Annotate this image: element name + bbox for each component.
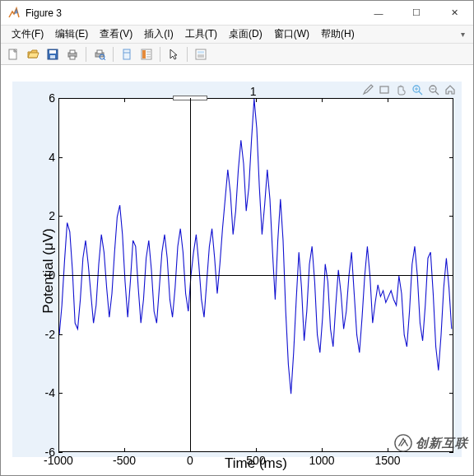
svg-rect-23 <box>380 86 388 93</box>
svg-rect-5 <box>70 50 75 54</box>
zero-line-horizontal <box>58 275 453 276</box>
menu-bar: 文件(F) 编辑(E) 查看(V) 插入(I) 工具(T) 桌面(D) 窗口(W… <box>1 26 473 44</box>
y-tick-label: 2 <box>32 209 55 222</box>
x-tick-label: 0 <box>187 454 193 467</box>
print-icon <box>66 48 79 61</box>
menu-overflow[interactable]: ▾ <box>457 30 468 39</box>
menu-desktop[interactable]: 桌面(D) <box>223 26 268 43</box>
colorbar-icon <box>140 48 153 61</box>
rectangle-icon <box>379 84 390 96</box>
minimize-button[interactable]: — <box>360 1 397 26</box>
svg-rect-2 <box>49 50 56 54</box>
toolbar-sep <box>160 47 160 62</box>
x-tick-label: -500 <box>113 454 136 467</box>
menu-tools[interactable]: 工具(T) <box>179 26 223 43</box>
figure-window: Figure 3 — ☐ ✕ 文件(F) 编辑(E) 查看(V) 插入(I) 工… <box>0 0 474 476</box>
menu-view[interactable]: 查看(V) <box>94 26 138 43</box>
print-figure-button[interactable] <box>63 45 81 63</box>
line-series <box>59 99 454 453</box>
home-icon <box>444 84 456 96</box>
menu-help[interactable]: 帮助(H) <box>315 26 360 43</box>
hand-icon <box>395 84 407 96</box>
edit-plot-button[interactable] <box>165 45 183 63</box>
x-tick-label: 500 <box>246 454 265 467</box>
print-preview-icon <box>93 48 106 61</box>
zoom-in-tool[interactable] <box>411 83 424 96</box>
svg-rect-14 <box>142 50 146 58</box>
series-label: 1 <box>250 85 257 98</box>
zoom-out-icon <box>428 84 439 96</box>
window-title: Figure 3 <box>26 7 62 19</box>
maximize-button[interactable]: ☐ <box>397 1 435 26</box>
figure-area: Potential (μV) Time (ms) -1000-500050010… <box>1 67 473 475</box>
toolbar-sep <box>113 47 114 62</box>
svg-line-29 <box>435 91 439 95</box>
menu-insert[interactable]: 插入(I) <box>138 26 179 43</box>
home-tool[interactable] <box>444 83 457 96</box>
y-tick-label: 4 <box>32 151 55 164</box>
matlab-icon <box>7 7 21 20</box>
save-figure-button[interactable] <box>44 45 62 63</box>
y-tick-label: 6 <box>32 91 55 105</box>
pointer-icon <box>167 48 180 61</box>
svg-rect-3 <box>50 55 55 58</box>
toolbar <box>1 44 473 65</box>
svg-rect-11 <box>123 49 130 59</box>
brush-tool[interactable] <box>361 83 374 96</box>
zoom-in-icon <box>411 84 423 96</box>
svg-rect-6 <box>70 56 75 59</box>
menu-edit[interactable]: 编辑(E) <box>49 26 94 43</box>
y-tick-label: -2 <box>32 328 55 341</box>
axes-toolbar <box>361 83 457 96</box>
x-tick-label: 1000 <box>309 454 334 467</box>
save-icon <box>46 48 59 61</box>
open-folder-icon <box>26 48 40 61</box>
insert-colorbar-button[interactable] <box>137 45 156 63</box>
pan-tool[interactable] <box>394 83 407 96</box>
brush-icon <box>362 84 374 96</box>
svg-line-10 <box>104 58 105 60</box>
menu-file[interactable]: 文件(F) <box>6 26 49 43</box>
y-tick-label: 0 <box>32 268 55 282</box>
zoom-out-tool[interactable] <box>427 83 440 96</box>
new-figure-button[interactable] <box>4 45 22 63</box>
print-preview-button[interactable] <box>91 45 109 63</box>
svg-rect-20 <box>198 51 204 54</box>
link-plot-icon <box>120 48 133 61</box>
new-file-icon <box>7 48 20 61</box>
data-cursor-button[interactable] <box>192 45 210 63</box>
toolbar-sep <box>86 47 86 62</box>
data-tips-tool[interactable] <box>378 83 391 96</box>
title-bar: Figure 3 — ☐ ✕ <box>1 1 473 26</box>
y-tick-label: -6 <box>32 446 55 459</box>
y-tick-label: -4 <box>32 386 55 399</box>
svg-line-25 <box>419 91 422 95</box>
open-file-button[interactable] <box>24 45 42 63</box>
zero-line-vertical <box>190 98 191 452</box>
link-plot-button[interactable] <box>118 45 136 63</box>
svg-rect-8 <box>97 50 102 54</box>
data-cursor-icon <box>194 48 207 61</box>
toolbar-sep <box>187 47 188 62</box>
menu-window[interactable]: 窗口(W) <box>268 26 315 43</box>
x-tick-label: 1500 <box>374 454 400 467</box>
close-button[interactable]: ✕ <box>435 1 473 26</box>
svg-rect-19 <box>196 49 206 59</box>
